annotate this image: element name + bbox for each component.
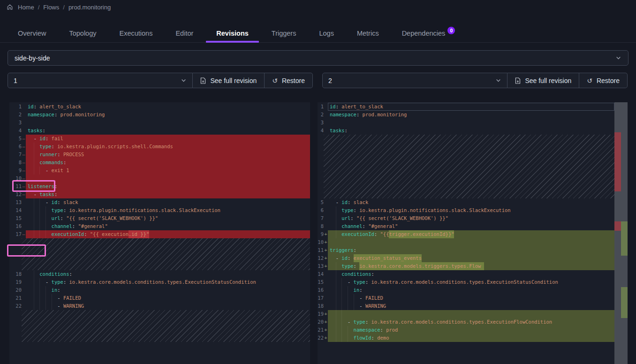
chevron-down-icon: [495, 77, 501, 83]
diff-pane-right[interactable]: 1id: alert_to_slack2namespace: prod.moni…: [318, 102, 614, 364]
code-text: - type: io.kestra.core.models.conditions…: [330, 319, 552, 325]
line-marker: [22, 270, 26, 278]
tab-bar: OverviewTopologyExecutionsEditorRevision…: [0, 24, 636, 43]
code-text: commands:: [28, 159, 66, 165]
diff-pane-left[interactable]: 1id: alert_to_slack2namespace: prod.moni…: [9, 102, 310, 364]
overview-ruler[interactable]: [614, 102, 628, 364]
line-marker: [22, 206, 26, 214]
code-line: 15 - type: io.kestra.core.models.conditi…: [318, 278, 614, 286]
diff-mode-value: side-by-side: [15, 54, 50, 62]
line-marker: [324, 222, 328, 230]
left-revision-select[interactable]: 1: [8, 73, 193, 88]
tab-topology[interactable]: Topology: [69, 30, 96, 37]
dependencies-count-badge: 0: [447, 27, 455, 34]
right-see-full-revision-button[interactable]: See full revision: [507, 73, 579, 88]
code-text: conditions:: [28, 271, 72, 277]
tab-overview[interactable]: Overview: [18, 30, 46, 37]
line-number: 2: [9, 111, 22, 119]
code-text: namespace: prod.monitoring: [28, 112, 105, 117]
diff-mode-select[interactable]: side-by-side: [8, 50, 628, 66]
ruler-deletion-mark: [614, 221, 621, 231]
code-line: 20 in:: [9, 286, 310, 294]
code-line: 4tasks:: [318, 127, 614, 135]
deleted-line-marker: –: [22, 135, 26, 143]
deleted-line-marker: –: [22, 174, 26, 182]
code-text: type: io.kestra.core.models.triggers.typ…: [330, 263, 481, 269]
revision-controls: 1 See full revision ↺ Restore 2 See full…: [8, 73, 628, 88]
code-text: runner: PROCESS: [28, 152, 84, 157]
code-line: 16 channel: "#general": [9, 222, 310, 230]
tab-revisions[interactable]: Revisions: [216, 30, 249, 37]
code-line: 12+ - id: execution_status_events: [318, 254, 614, 262]
line-number: 5: [318, 198, 324, 206]
restore-icon: ↺: [587, 77, 592, 84]
tab-executions[interactable]: Executions: [119, 30, 152, 37]
line-number: 3: [9, 119, 22, 127]
right-restore-button[interactable]: ↺ Restore: [579, 73, 628, 88]
tab-triggers[interactable]: Triggers: [272, 30, 296, 37]
line-number: 16: [318, 286, 324, 294]
tab-dependencies[interactable]: Dependencies0: [402, 30, 455, 38]
restore-icon: ↺: [272, 77, 278, 84]
line-number: 18: [318, 302, 324, 310]
left-see-full-revision-button[interactable]: See full revision: [193, 73, 265, 88]
line-marker: [324, 206, 328, 214]
code-line: 17 - FAILED: [318, 294, 614, 302]
code-text: channel: "#general": [28, 223, 108, 229]
code-text: tasks:: [330, 128, 348, 133]
code-line: 21 - FAILED: [9, 294, 310, 302]
line-number: 19: [9, 278, 22, 286]
code-line: 3: [318, 119, 614, 127]
line-number: 2: [318, 111, 324, 119]
right-revision-select[interactable]: 2: [322, 73, 507, 88]
tab-label: Metrics: [357, 30, 379, 37]
code-text: listeners:: [28, 183, 57, 189]
deleted-line-marker: –: [22, 159, 26, 167]
breadcrumb-item-home[interactable]: Home: [18, 4, 34, 11]
code-line: 13+ type: io.kestra.core.models.triggers…: [318, 262, 614, 270]
home-icon[interactable]: [7, 4, 13, 10]
tab-logs[interactable]: Logs: [319, 30, 333, 37]
tab-editor[interactable]: Editor: [175, 30, 193, 37]
code-line: 10+: [318, 238, 614, 246]
deleted-line-marker: –: [22, 151, 26, 159]
code-line: 17– executionId: "{{ execution.id }}": [9, 230, 310, 238]
see-full-revision-label: See full revision: [210, 77, 257, 84]
left-restore-button[interactable]: ↺ Restore: [265, 73, 313, 88]
file-icon: [200, 77, 206, 84]
breadcrumb-item-prod.monitoring[interactable]: prod.monitoring: [68, 4, 111, 11]
line-number: 11: [318, 246, 324, 254]
line-marker: [324, 302, 328, 310]
line-number: 5: [9, 135, 22, 143]
code-text: - id: execution_status_events: [330, 255, 422, 261]
line-number: 13: [318, 262, 324, 270]
code-text: - WARNING: [28, 303, 84, 309]
breadcrumb-item-flows[interactable]: Flows: [43, 4, 59, 11]
code-text: - exit 1: [28, 167, 69, 173]
code-text: namespace: prod: [330, 327, 398, 333]
tab-label: Dependencies: [402, 30, 446, 37]
code-line: 4tasks:: [9, 127, 310, 135]
ruler-deletion-mark: [614, 132, 621, 191]
line-marker: [22, 119, 26, 127]
code-text: - type: io.kestra.core.models.conditions…: [330, 279, 558, 285]
code-text: flowId: demo: [330, 335, 389, 341]
code-line: 2namespace: prod.monitoring: [318, 111, 614, 119]
tab-label: Executions: [119, 30, 152, 37]
line-number: 14: [318, 270, 324, 278]
tab-metrics[interactable]: Metrics: [357, 30, 379, 37]
line-number: 18: [9, 270, 22, 278]
code-line: 18 - WARNING: [318, 302, 614, 310]
code-text: channel: "#general": [330, 223, 398, 229]
tab-label: Triggers: [272, 30, 296, 37]
line-number: 11: [9, 182, 22, 190]
code-line: 21+ namespace: prod: [318, 326, 614, 334]
diff-filler-region: [9, 238, 310, 270]
tab-label: Revisions: [216, 30, 249, 37]
code-line: 3: [9, 119, 310, 127]
ruler-addition-mark: [621, 287, 628, 318]
code-line: 7 url: "{{ secret('SLACK_WEBHOOK') }}": [318, 214, 614, 222]
line-number: 1: [9, 103, 22, 111]
line-marker: [22, 222, 26, 230]
line-number: 6: [318, 206, 324, 214]
